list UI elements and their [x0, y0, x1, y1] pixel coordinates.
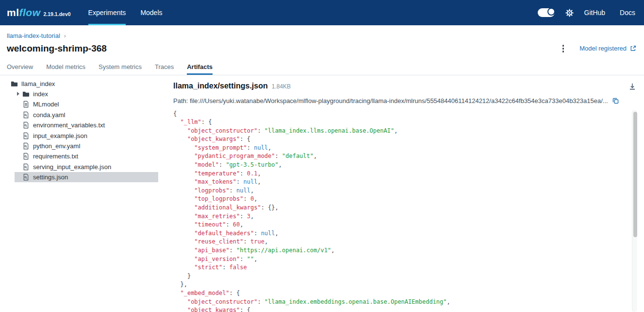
file-icon: [22, 111, 30, 119]
code-line: "api_base": "https://api.openai.com/v1",: [173, 246, 630, 255]
code-line: "object_kwargs": {: [173, 306, 630, 312]
model-registered-link[interactable]: Model registered: [579, 45, 636, 52]
code-line: "object_kwargs": {: [173, 135, 630, 144]
artifact-preview-panel: llama_index/settings.json 1.84KB Path: f…: [165, 75, 644, 312]
tree-item-requirements-txt[interactable]: requirements.txt: [0, 151, 165, 161]
tab-artifacts[interactable]: Artifacts: [187, 63, 213, 75]
artifact-title: llama_index/settings.json: [173, 82, 268, 90]
code-line: "timeout": 60,: [173, 221, 630, 229]
tree-item-input-example-json[interactable]: input_example.json: [0, 130, 165, 140]
tree-item-environment-variables-txt[interactable]: environment_variables.txt: [0, 120, 165, 130]
tree-item-serving-input-example-json[interactable]: serving_input_example.json: [0, 162, 165, 172]
logo-ml-text: ml: [7, 7, 19, 18]
code-line: "strict": false: [173, 263, 630, 272]
breadcrumb-chevron-icon: ›: [64, 33, 66, 39]
tree-item-llama-index[interactable]: llama_index: [0, 79, 165, 89]
code-line: {: [173, 110, 630, 119]
breadcrumb: llama-index-tutorial ›: [7, 32, 637, 39]
tree-item-conda-yaml[interactable]: conda.yaml: [0, 110, 165, 120]
doc-icon: [22, 101, 30, 108]
model-registered-label: Model registered: [579, 45, 627, 52]
tab-overview[interactable]: Overview: [7, 63, 33, 75]
artifact-size-badge: 1.84KB: [272, 83, 291, 90]
artifact-header: llama_index/settings.json 1.84KB: [173, 82, 637, 93]
page-title: welcoming-shrimp-368: [7, 43, 107, 54]
artifact-path-row: Path: file:///Users/yuki.watanabe/Worksp…: [173, 97, 637, 104]
code-line: "max_retries": 3,: [173, 212, 630, 221]
code-line: "_embed_model": {: [173, 289, 630, 298]
code-line: },: [173, 280, 630, 289]
tree-item-label: conda.yaml: [33, 111, 65, 119]
tree-item-label: requirements.txt: [33, 153, 78, 160]
navbar-right-links: GitHubDocs: [584, 9, 635, 17]
tree-item-label: settings.json: [33, 173, 68, 181]
file-icon: [22, 132, 30, 139]
code-viewer[interactable]: { "_llm": { "object_constructor": "llama…: [173, 110, 637, 312]
title-actions: Model registered: [560, 43, 636, 54]
tree-item-settings-json[interactable]: settings.json: [0, 172, 165, 182]
gear-icon[interactable]: [565, 9, 574, 17]
code-line: "max_tokens": null,: [173, 178, 630, 187]
code-line: "model": "gpt-3.5-turbo",: [173, 161, 630, 170]
code-line: "reuse_client": true,: [173, 238, 630, 246]
nav-tab-models[interactable]: Models: [140, 0, 162, 25]
tree-item-python-env-yaml[interactable]: python_env.yaml: [0, 141, 165, 151]
code-content: { "_llm": { "object_constructor": "llama…: [173, 110, 630, 312]
navbar-right: GitHubDocs: [538, 0, 635, 25]
tree-item-label: serving_input_example.json: [33, 163, 111, 171]
code-line: "top_logprobs": 0,: [173, 195, 630, 204]
primary-nav: ExperimentsModels: [88, 0, 163, 25]
overflow-menu-button[interactable]: [560, 43, 567, 54]
code-line: "pydantic_program_mode": "default",: [173, 152, 630, 161]
file-icon: [22, 163, 30, 171]
tree-item-label: index: [33, 90, 48, 98]
tree-item-label: llama_index: [21, 80, 55, 87]
tree-item-label: MLmodel: [33, 101, 59, 108]
run-tabs: OverviewModel metricsSystem metricsTrace…: [7, 63, 644, 75]
tab-model-metrics[interactable]: Model metrics: [46, 63, 85, 75]
file-icon: [22, 121, 30, 129]
toggle-knob: [547, 8, 555, 16]
code-line: "object_constructor": "llama_index.llms.…: [173, 127, 630, 136]
tree-item-label: input_example.json: [33, 132, 87, 139]
code-line: "default_headers": null,: [173, 229, 630, 238]
nav-tab-experiments[interactable]: Experiments: [88, 0, 126, 25]
nav-link-docs[interactable]: Docs: [620, 9, 635, 17]
theme-toggle[interactable]: [538, 8, 555, 17]
artifacts-content: llama_indexindexMLmodelconda.yamlenviron…: [0, 75, 644, 312]
run-title-row: welcoming-shrimp-368 Model registered: [7, 43, 636, 54]
mlflow-logo[interactable]: mlflow 2.19.1.dev0: [7, 0, 71, 25]
code-line: "system_prompt": null,: [173, 144, 630, 153]
breadcrumb-experiment-link[interactable]: llama-index-tutorial: [7, 32, 60, 39]
code-line: "api_version": "",: [173, 255, 630, 264]
tree-item-mlmodel[interactable]: MLmodel: [0, 99, 165, 109]
top-navbar: mlflow 2.19.1.dev0 ExperimentsModels: [0, 0, 644, 25]
folder-icon: [11, 80, 18, 87]
code-scrollbar-thumb[interactable]: [633, 112, 637, 237]
code-line: "temperature": 0.1,: [173, 170, 630, 178]
folder-icon: [22, 90, 30, 98]
tab-traces[interactable]: Traces: [155, 63, 174, 75]
artifact-path: Path: file:///Users/yuki.watanabe/Worksp…: [173, 97, 608, 104]
tree-item-index[interactable]: index: [0, 89, 165, 99]
file-icon: [22, 173, 30, 181]
tab-system-metrics[interactable]: System metrics: [99, 63, 142, 75]
code-line: "object_constructor": "llama_index.embed…: [173, 298, 630, 307]
file-icon: [22, 153, 30, 160]
download-icon[interactable]: [627, 82, 637, 93]
artifact-tree: llama_indexindexMLmodelconda.yamlenviron…: [0, 75, 165, 312]
tree-item-label: environment_variables.txt: [33, 121, 105, 129]
external-link-icon: [630, 45, 636, 52]
code-scrollbar[interactable]: [632, 110, 637, 312]
code-line: "_llm": {: [173, 118, 630, 127]
tree-item-label: python_env.yaml: [33, 142, 80, 150]
app-root: mlflow 2.19.1.dev0 ExperimentsModels: [0, 0, 644, 312]
code-line: }: [173, 272, 630, 281]
copy-icon[interactable]: [612, 97, 619, 104]
code-line: "logprobs": null,: [173, 187, 630, 195]
logo-flow-text: flow: [19, 7, 41, 18]
nav-link-github[interactable]: GitHub: [584, 9, 606, 17]
version-label: 2.19.1.dev0: [44, 11, 71, 17]
file-icon: [22, 142, 30, 150]
code-line: "additional_kwargs": {},: [173, 204, 630, 212]
